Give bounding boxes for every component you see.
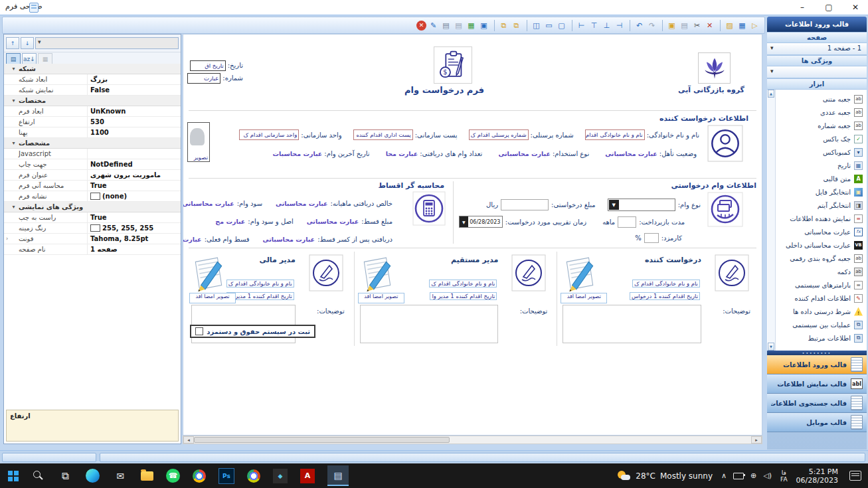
toolbox-item[interactable]: ⧉ عملیات بین سیستمی [778, 318, 863, 331]
tray-icon[interactable] [733, 473, 744, 479]
taskbar-app-icon[interactable]: ⧉ [57, 468, 73, 484]
property-row[interactable]: ▾ مختصات [4, 96, 181, 106]
property-value[interactable]: 255, 255, 255 [88, 223, 181, 233]
prop-up-button[interactable]: ↑ [6, 37, 19, 49]
toolbar-button[interactable]: ↷ [646, 20, 657, 31]
language-indicator[interactable]: فا FA [780, 469, 788, 483]
property-row[interactable]: عنوان فرم ماموریت برون شهری [4, 170, 181, 181]
property-value[interactable]: بزرگ [88, 74, 181, 84]
close-button[interactable]: ✕ [851, 3, 860, 12]
properties-section-header[interactable]: ویژگی ها [767, 55, 867, 66]
toolbox-item[interactable]: ab جعبه متنی [778, 92, 863, 106]
taskbar-app-icon[interactable]: Ps [218, 468, 234, 484]
signer-name-field[interactable]: نام و نام خانوادگی اقدام ک [632, 280, 700, 287]
toolbar-button[interactable]: ✎ [428, 20, 439, 31]
toolbox-item[interactable]: ▣ انتخابگر فایل [778, 185, 863, 199]
taskbar-app-icon[interactable] [141, 471, 153, 481]
toolbar-button[interactable]: ▦ [466, 20, 477, 31]
sidebar-nav-tab[interactable]: قالب جستجوی اطلاعات [767, 394, 867, 413]
property-value[interactable]: Tahoma, 8.25pt [88, 234, 181, 244]
comments-textarea[interactable] [360, 305, 499, 343]
calculated-expression[interactable]: عبارت محاسباتی [307, 218, 359, 225]
toolbar-button[interactable]: ⊤ [588, 20, 600, 31]
property-value[interactable]: (none) [88, 191, 181, 201]
toolbar-button[interactable]: ▤ [440, 20, 452, 31]
sidebar-splitter[interactable]: •••••••• [767, 351, 867, 355]
toolbar-button[interactable]: ▤ [679, 20, 690, 31]
property-value[interactable]: 1100 [88, 127, 181, 137]
calculated-expression[interactable]: عبارت محا [386, 150, 418, 157]
calculated-expression[interactable]: عبارت محاسباتی [498, 150, 551, 157]
toolbox-item[interactable]: ab جعبه شماره [778, 119, 863, 132]
calculated-expression[interactable]: عبارت محاسباتی [276, 200, 328, 207]
toolbar-button[interactable]: ▭ [543, 20, 555, 31]
property-value[interactable]: True [88, 212, 181, 222]
taskbar-app-icon[interactable]: ◆ [273, 469, 288, 483]
applicant-photo-placeholder[interactable]: تصویر [187, 122, 210, 162]
page-section-header[interactable]: صفحه [767, 32, 867, 43]
signer-date-field[interactable]: تاریخ اقدام کننده 1 مدیر ما [226, 292, 294, 300]
design-canvas[interactable]: تاریخ: تاریخ اق شماره: عبارت [183, 34, 762, 436]
actor-field[interactable]: نام و نام خانوادگی اقدام ک [585, 129, 645, 140]
property-row[interactable]: ابعاد فرم UnKnown [4, 106, 181, 117]
property-value[interactable]: NotDefined [88, 159, 181, 169]
signer-date-field[interactable]: تاریخ اقدام کننده 1 مدیر وا [430, 292, 497, 300]
scroll-up-button[interactable]: ▲ [768, 90, 774, 98]
property-row[interactable]: ▾ شبکه [4, 64, 181, 74]
toolbar-button[interactable]: ↶ [634, 20, 645, 31]
tray-icon[interactable]: ⊕ [750, 471, 756, 480]
property-value[interactable]: False [88, 85, 181, 95]
toolbar-button[interactable]: ▣ [478, 20, 489, 31]
toolbar-button[interactable]: ▦ [737, 20, 748, 31]
clock-widget[interactable]: 5:21 PM 06/28/2023 [796, 467, 838, 485]
toolbox-scrollbar[interactable]: ▲ ▼ [768, 90, 776, 351]
maximize-button[interactable]: ▢ [824, 3, 833, 12]
scroll-right-button[interactable]: ▸ [751, 436, 762, 444]
page-selector-combo[interactable]: ▾ 1 - صفحه 1 [767, 43, 867, 55]
weather-widget[interactable]: 28°C Mostly sunny [618, 471, 713, 481]
property-value[interactable]: 530 [88, 117, 181, 127]
toolbox-item[interactable]: ! شرط درستی داده ها [778, 305, 863, 318]
sidebar-nav-tab[interactable]: قالب ورود اطلاعات [767, 355, 867, 374]
tray-icon[interactable]: ∧ [721, 471, 727, 480]
taskbar-app-icon[interactable]: ▤ [327, 465, 349, 486]
property-row[interactable]: محاسبه آنی فرم True [4, 181, 181, 191]
scroll-left-button[interactable]: ◂ [183, 436, 194, 444]
tray-icon[interactable]: ◁) [763, 471, 772, 480]
scrollbar-thumb[interactable] [194, 437, 450, 443]
toolbar-button[interactable]: ◫ [531, 20, 542, 31]
toolbar-button[interactable]: ✕ [704, 20, 715, 31]
property-row[interactable]: ابعاد شبکه بزرگ [4, 74, 181, 85]
toolbar-button[interactable]: ▨ [724, 20, 735, 31]
dropdown-arrow-icon[interactable]: ▼ [460, 216, 468, 227]
signer-name-field[interactable]: نام و نام خانوادگی اقدام ک [226, 280, 294, 287]
minimize-button[interactable]: – [798, 3, 807, 12]
property-row[interactable]: نشانه فرم (none) [4, 191, 181, 202]
toolbox-item[interactable]: ≡ پارامترهای سیستمی [778, 278, 863, 291]
number-field[interactable]: عبارت [187, 73, 220, 84]
actor-field[interactable]: واحد سازمانی اقدام ک [239, 129, 299, 140]
taskbar-app-icon[interactable] [193, 469, 206, 483]
taskbar-app-icon[interactable]: ✉ [112, 468, 128, 484]
taskbar-app-icon[interactable]: ☎ [166, 469, 180, 483]
toolbar-button[interactable]: ▢ [556, 20, 567, 31]
property-row[interactable]: Javascript [4, 149, 181, 159]
toolbar-button[interactable]: ⧉ [511, 20, 522, 31]
property-value[interactable]: صفحه 1 [88, 244, 181, 254]
calculated-expression[interactable]: عبارت محاسباتی [263, 236, 315, 243]
toolbar-button[interactable]: ✕ [416, 21, 426, 31]
property-row[interactable]: ▾ مشخصات [4, 138, 181, 149]
taskbar-app-icon[interactable] [86, 469, 100, 483]
loan-type-combobox[interactable]: ▼ [608, 199, 675, 211]
loan-amount-input[interactable] [501, 199, 549, 210]
property-value[interactable]: True [88, 181, 181, 191]
toolbar-button[interactable]: ▷ [749, 20, 760, 31]
sidebar-nav-tab[interactable]: abl قالب نمایش اطلاعات [767, 374, 867, 394]
toolbox-item[interactable]: ✎ اطلاعات اقدام کننده [778, 291, 863, 305]
toolbox-item[interactable]: ▦ تاریخ [778, 159, 863, 172]
taskbar-app-icon[interactable] [8, 471, 19, 481]
checkbox-icon[interactable] [195, 327, 203, 335]
dropdown-arrow-icon[interactable]: ▼ [609, 200, 619, 210]
toolbox-item[interactable]: ≡ نمایش دهنده اطلاعات [778, 212, 863, 225]
tools-section-header[interactable]: ابزار [767, 78, 867, 90]
